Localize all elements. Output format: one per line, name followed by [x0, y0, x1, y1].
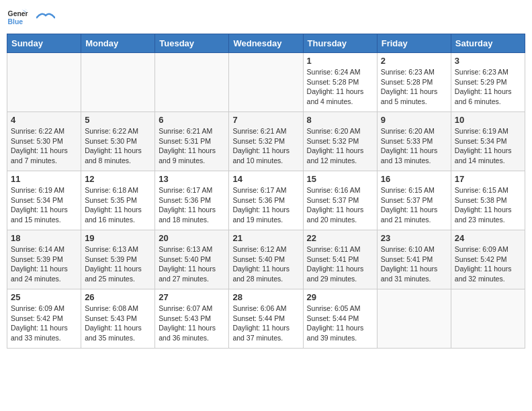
day-number: 1	[307, 56, 373, 66]
day-info: Sunrise: 6:09 AM Sunset: 5:42 PM Dayligh…	[455, 244, 521, 284]
calendar-week-5: 25Sunrise: 6:09 AM Sunset: 5:42 PM Dayli…	[7, 289, 525, 349]
day-info: Sunrise: 6:15 AM Sunset: 5:37 PM Dayligh…	[381, 185, 447, 225]
weekday-header-row: SundayMondayTuesdayWednesdayThursdayFrid…	[7, 34, 525, 53]
day-number: 11	[11, 174, 77, 184]
day-info: Sunrise: 6:23 AM Sunset: 5:28 PM Dayligh…	[381, 67, 447, 107]
calendar-cell: 28Sunrise: 6:06 AM Sunset: 5:44 PM Dayli…	[229, 289, 303, 349]
day-info: Sunrise: 6:21 AM Sunset: 5:32 PM Dayligh…	[232, 126, 299, 166]
day-number: 16	[381, 174, 447, 184]
calendar-cell: 10Sunrise: 6:19 AM Sunset: 5:34 PM Dayli…	[451, 112, 525, 171]
day-number: 14	[232, 174, 299, 184]
day-info: Sunrise: 6:11 AM Sunset: 5:41 PM Dayligh…	[307, 244, 373, 284]
svg-text:Blue: Blue	[8, 18, 24, 26]
day-info: Sunrise: 6:22 AM Sunset: 5:30 PM Dayligh…	[85, 126, 151, 166]
day-info: Sunrise: 6:07 AM Sunset: 5:43 PM Dayligh…	[159, 304, 225, 343]
calendar-cell: 20Sunrise: 6:13 AM Sunset: 5:40 PM Dayli…	[155, 230, 229, 289]
calendar-body: 1Sunrise: 6:24 AM Sunset: 5:28 PM Daylig…	[7, 53, 525, 349]
calendar-cell: 17Sunrise: 6:15 AM Sunset: 5:38 PM Dayli…	[451, 171, 525, 230]
day-info: Sunrise: 6:21 AM Sunset: 5:31 PM Dayligh…	[159, 126, 225, 166]
day-info: Sunrise: 6:12 AM Sunset: 5:40 PM Dayligh…	[232, 244, 299, 284]
calendar-cell: 13Sunrise: 6:17 AM Sunset: 5:36 PM Dayli…	[155, 171, 229, 230]
day-number: 4	[11, 115, 77, 125]
day-number: 6	[159, 115, 225, 125]
day-number: 29	[307, 292, 373, 302]
calendar-cell: 9Sunrise: 6:20 AM Sunset: 5:33 PM Daylig…	[377, 112, 451, 171]
calendar-cell: 12Sunrise: 6:18 AM Sunset: 5:35 PM Dayli…	[81, 171, 155, 230]
day-number: 26	[85, 292, 151, 302]
calendar-cell: 23Sunrise: 6:10 AM Sunset: 5:41 PM Dayli…	[377, 230, 451, 289]
calendar-table: SundayMondayTuesdayWednesdayThursdayFrid…	[7, 34, 525, 349]
day-number: 8	[307, 115, 373, 125]
day-number: 13	[159, 174, 225, 184]
day-info: Sunrise: 6:22 AM Sunset: 5:30 PM Dayligh…	[11, 126, 77, 166]
calendar-cell: 22Sunrise: 6:11 AM Sunset: 5:41 PM Dayli…	[303, 230, 377, 289]
day-info: Sunrise: 6:19 AM Sunset: 5:34 PM Dayligh…	[455, 126, 521, 166]
weekday-header-saturday: Saturday	[451, 34, 525, 53]
calendar-cell: 16Sunrise: 6:15 AM Sunset: 5:37 PM Dayli…	[377, 171, 451, 230]
day-info: Sunrise: 6:13 AM Sunset: 5:40 PM Dayligh…	[159, 244, 225, 284]
day-info: Sunrise: 6:20 AM Sunset: 5:32 PM Dayligh…	[307, 126, 373, 166]
day-number: 27	[159, 292, 225, 302]
day-number: 12	[85, 174, 151, 184]
day-info: Sunrise: 6:05 AM Sunset: 5:44 PM Dayligh…	[307, 304, 373, 343]
day-number: 10	[455, 115, 521, 125]
calendar-cell: 29Sunrise: 6:05 AM Sunset: 5:44 PM Dayli…	[303, 289, 377, 349]
day-info: Sunrise: 6:10 AM Sunset: 5:41 PM Dayligh…	[381, 244, 447, 284]
calendar-cell	[377, 289, 451, 349]
day-info: Sunrise: 6:17 AM Sunset: 5:36 PM Dayligh…	[159, 185, 225, 225]
calendar-cell: 14Sunrise: 6:17 AM Sunset: 5:36 PM Dayli…	[229, 171, 303, 230]
calendar-week-2: 4Sunrise: 6:22 AM Sunset: 5:30 PM Daylig…	[7, 112, 525, 171]
day-number: 24	[455, 233, 521, 243]
day-info: Sunrise: 6:15 AM Sunset: 5:38 PM Dayligh…	[455, 185, 521, 225]
calendar-cell: 27Sunrise: 6:07 AM Sunset: 5:43 PM Dayli…	[155, 289, 229, 349]
weekday-header-monday: Monday	[81, 34, 155, 53]
weekday-header-tuesday: Tuesday	[155, 34, 229, 53]
calendar-cell: 21Sunrise: 6:12 AM Sunset: 5:40 PM Dayli…	[229, 230, 303, 289]
calendar-cell	[451, 289, 525, 349]
day-info: Sunrise: 6:06 AM Sunset: 5:44 PM Dayligh…	[232, 304, 299, 343]
day-info: Sunrise: 6:24 AM Sunset: 5:28 PM Dayligh…	[307, 67, 373, 107]
day-number: 9	[381, 115, 447, 125]
day-number: 25	[11, 292, 77, 302]
day-info: Sunrise: 6:17 AM Sunset: 5:36 PM Dayligh…	[232, 185, 299, 225]
calendar-week-3: 11Sunrise: 6:19 AM Sunset: 5:34 PM Dayli…	[7, 171, 525, 230]
calendar-cell	[229, 53, 303, 112]
day-number: 23	[381, 233, 447, 243]
calendar-week-4: 18Sunrise: 6:14 AM Sunset: 5:39 PM Dayli…	[7, 230, 525, 289]
day-number: 21	[232, 233, 299, 243]
weekday-header-thursday: Thursday	[303, 34, 377, 53]
day-info: Sunrise: 6:23 AM Sunset: 5:29 PM Dayligh…	[455, 67, 521, 107]
weekday-header-friday: Friday	[377, 34, 451, 53]
day-number: 18	[11, 233, 77, 243]
day-number: 20	[159, 233, 225, 243]
day-info: Sunrise: 6:19 AM Sunset: 5:34 PM Dayligh…	[11, 185, 77, 225]
calendar-cell: 25Sunrise: 6:09 AM Sunset: 5:42 PM Dayli…	[7, 289, 81, 349]
page-header: General Blue	[7, 7, 525, 28]
day-info: Sunrise: 6:08 AM Sunset: 5:43 PM Dayligh…	[85, 304, 151, 343]
calendar-cell: 3Sunrise: 6:23 AM Sunset: 5:29 PM Daylig…	[451, 53, 525, 112]
calendar-cell: 8Sunrise: 6:20 AM Sunset: 5:32 PM Daylig…	[303, 112, 377, 171]
day-info: Sunrise: 6:13 AM Sunset: 5:39 PM Dayligh…	[85, 244, 151, 284]
calendar-cell: 4Sunrise: 6:22 AM Sunset: 5:30 PM Daylig…	[7, 112, 81, 171]
calendar-cell: 7Sunrise: 6:21 AM Sunset: 5:32 PM Daylig…	[229, 112, 303, 171]
calendar-cell: 1Sunrise: 6:24 AM Sunset: 5:28 PM Daylig…	[303, 53, 377, 112]
calendar-cell	[81, 53, 155, 112]
logo: General Blue	[7, 7, 55, 28]
day-info: Sunrise: 6:14 AM Sunset: 5:39 PM Dayligh…	[11, 244, 77, 284]
day-number: 5	[85, 115, 151, 125]
day-number: 28	[232, 292, 299, 302]
day-number: 2	[381, 56, 447, 66]
day-info: Sunrise: 6:20 AM Sunset: 5:33 PM Dayligh…	[381, 126, 447, 166]
calendar-week-1: 1Sunrise: 6:24 AM Sunset: 5:28 PM Daylig…	[7, 53, 525, 112]
calendar-cell: 2Sunrise: 6:23 AM Sunset: 5:28 PM Daylig…	[377, 53, 451, 112]
day-number: 17	[455, 174, 521, 184]
logo-icon: General Blue	[7, 7, 28, 28]
calendar-cell	[7, 53, 81, 112]
day-info: Sunrise: 6:18 AM Sunset: 5:35 PM Dayligh…	[85, 185, 151, 225]
day-number: 7	[232, 115, 299, 125]
calendar-cell: 19Sunrise: 6:13 AM Sunset: 5:39 PM Dayli…	[81, 230, 155, 289]
day-info: Sunrise: 6:09 AM Sunset: 5:42 PM Dayligh…	[11, 304, 77, 343]
calendar-cell: 26Sunrise: 6:08 AM Sunset: 5:43 PM Dayli…	[81, 289, 155, 349]
calendar-cell: 18Sunrise: 6:14 AM Sunset: 5:39 PM Dayli…	[7, 230, 81, 289]
calendar-cell: 6Sunrise: 6:21 AM Sunset: 5:31 PM Daylig…	[155, 112, 229, 171]
